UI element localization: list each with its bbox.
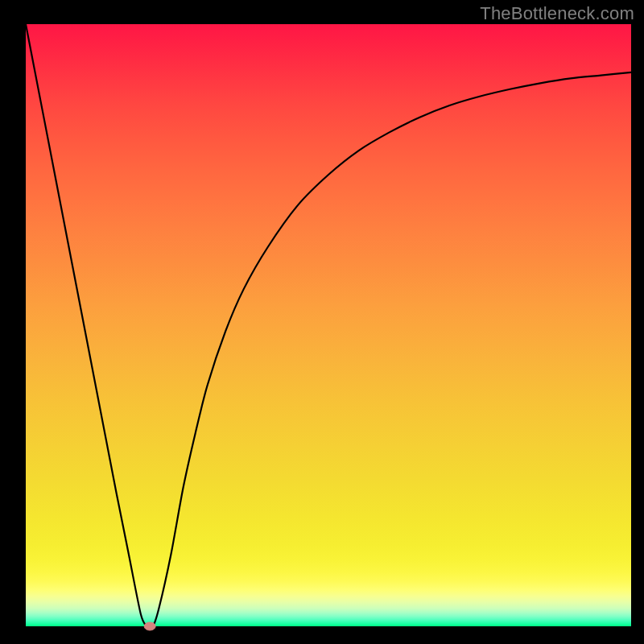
watermark-text: TheBottleneck.com — [480, 3, 634, 24]
chart-svg — [26, 24, 631, 626]
bottleneck-curve — [26, 24, 631, 628]
plot-area — [26, 24, 631, 626]
minimum-marker — [144, 622, 155, 630]
chart-frame: TheBottleneck.com — [0, 0, 644, 644]
